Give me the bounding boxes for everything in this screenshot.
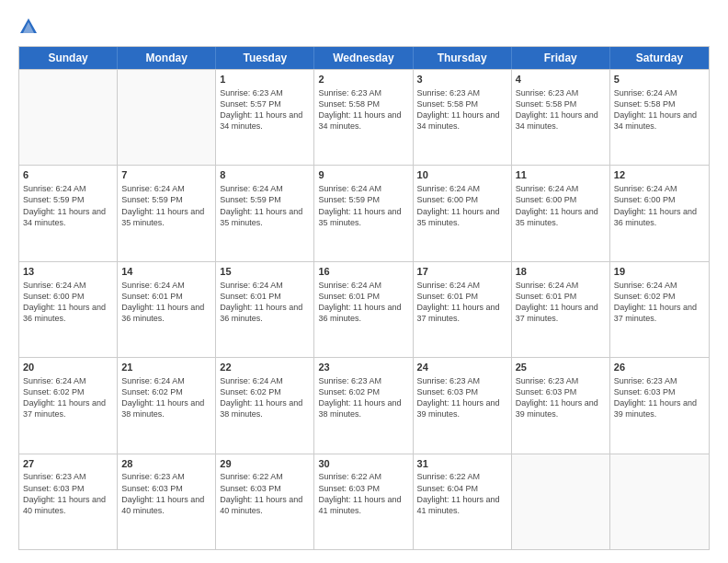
logo — [18, 17, 40, 37]
calendar-header-cell: Wednesday — [314, 47, 413, 69]
calendar-cell: 28Sunrise: 6:23 AMSunset: 6:03 PMDayligh… — [118, 454, 216, 549]
day-info: Sunrise: 6:24 AMSunset: 6:01 PMDaylight:… — [417, 280, 507, 325]
day-info: Sunrise: 6:23 AMSunset: 6:03 PMDaylight:… — [417, 375, 507, 420]
day-number: 6 — [23, 168, 113, 182]
calendar-body: 1Sunrise: 6:23 AMSunset: 5:57 PMDaylight… — [19, 69, 709, 549]
day-number: 23 — [318, 361, 408, 374]
day-info: Sunrise: 6:24 AMSunset: 5:58 PMDaylight:… — [614, 87, 705, 132]
day-info: Sunrise: 6:23 AMSunset: 5:58 PMDaylight:… — [318, 87, 408, 132]
day-number: 26 — [614, 361, 705, 374]
calendar-cell: 3Sunrise: 6:23 AMSunset: 5:58 PMDaylight… — [414, 70, 512, 165]
day-info: Sunrise: 6:24 AMSunset: 6:02 PMDaylight:… — [220, 375, 310, 420]
calendar-header-cell: Sunday — [19, 47, 118, 69]
calendar-cell: 14Sunrise: 6:24 AMSunset: 6:01 PMDayligh… — [118, 262, 216, 357]
day-info: Sunrise: 6:24 AMSunset: 6:01 PMDaylight:… — [220, 280, 310, 325]
calendar-cell: 30Sunrise: 6:22 AMSunset: 6:03 PMDayligh… — [314, 454, 413, 549]
calendar-cell: 4Sunrise: 6:23 AMSunset: 5:58 PMDaylight… — [512, 70, 610, 165]
calendar-cell: 16Sunrise: 6:24 AMSunset: 6:01 PMDayligh… — [314, 262, 413, 357]
calendar-cell: 18Sunrise: 6:24 AMSunset: 6:01 PMDayligh… — [512, 262, 610, 357]
calendar-cell: 8Sunrise: 6:24 AMSunset: 5:59 PMDaylight… — [216, 166, 314, 260]
day-info: Sunrise: 6:24 AMSunset: 6:00 PMDaylight:… — [614, 183, 705, 228]
day-number: 1 — [220, 73, 310, 86]
calendar-week-row: 6Sunrise: 6:24 AMSunset: 5:59 PMDaylight… — [19, 165, 709, 260]
calendar-cell: 29Sunrise: 6:22 AMSunset: 6:03 PMDayligh… — [216, 454, 314, 549]
calendar-header-cell: Thursday — [414, 47, 512, 69]
calendar-cell: 15Sunrise: 6:24 AMSunset: 6:01 PMDayligh… — [216, 262, 314, 357]
day-number: 10 — [417, 168, 507, 182]
day-number: 13 — [23, 265, 113, 279]
calendar-cell: 23Sunrise: 6:23 AMSunset: 6:02 PMDayligh… — [314, 358, 413, 453]
calendar-header-cell: Monday — [118, 47, 216, 69]
day-number: 22 — [220, 361, 310, 374]
calendar-week-row: 27Sunrise: 6:23 AMSunset: 6:03 PMDayligh… — [19, 454, 709, 549]
day-number: 12 — [614, 168, 705, 182]
calendar-cell — [512, 454, 610, 549]
day-info: Sunrise: 6:22 AMSunset: 6:03 PMDaylight:… — [318, 471, 408, 516]
day-number: 18 — [516, 265, 606, 279]
day-number: 21 — [121, 361, 211, 374]
day-info: Sunrise: 6:22 AMSunset: 6:03 PMDaylight:… — [220, 471, 310, 516]
calendar-week-row: 20Sunrise: 6:24 AMSunset: 6:02 PMDayligh… — [19, 357, 709, 453]
day-info: Sunrise: 6:24 AMSunset: 5:59 PMDaylight:… — [318, 183, 408, 228]
calendar-week-row: 13Sunrise: 6:24 AMSunset: 6:00 PMDayligh… — [19, 261, 709, 357]
day-info: Sunrise: 6:22 AMSunset: 6:04 PMDaylight:… — [417, 471, 507, 516]
day-info: Sunrise: 6:24 AMSunset: 6:00 PMDaylight:… — [417, 183, 507, 228]
day-number: 24 — [417, 361, 507, 374]
calendar-cell: 7Sunrise: 6:24 AMSunset: 5:59 PMDaylight… — [118, 166, 216, 260]
day-info: Sunrise: 6:24 AMSunset: 6:01 PMDaylight:… — [318, 280, 408, 325]
calendar-cell: 31Sunrise: 6:22 AMSunset: 6:04 PMDayligh… — [414, 454, 512, 549]
calendar-header-cell: Friday — [512, 47, 610, 69]
calendar-cell: 12Sunrise: 6:24 AMSunset: 6:00 PMDayligh… — [610, 166, 709, 260]
calendar-cell: 6Sunrise: 6:24 AMSunset: 5:59 PMDaylight… — [19, 166, 118, 260]
day-number: 19 — [614, 265, 705, 279]
day-number: 7 — [121, 168, 211, 182]
day-info: Sunrise: 6:23 AMSunset: 6:03 PMDaylight:… — [516, 375, 606, 420]
day-info: Sunrise: 6:24 AMSunset: 6:00 PMDaylight:… — [516, 183, 606, 228]
calendar-cell — [19, 70, 118, 165]
calendar-cell: 1Sunrise: 6:23 AMSunset: 5:57 PMDaylight… — [216, 70, 314, 165]
calendar-cell: 19Sunrise: 6:24 AMSunset: 6:02 PMDayligh… — [610, 262, 709, 357]
calendar: SundayMondayTuesdayWednesdayThursdayFrid… — [18, 46, 710, 550]
day-info: Sunrise: 6:23 AMSunset: 6:03 PMDaylight:… — [23, 471, 113, 516]
day-info: Sunrise: 6:24 AMSunset: 5:59 PMDaylight:… — [220, 183, 310, 228]
day-number: 17 — [417, 265, 507, 279]
day-number: 4 — [516, 73, 606, 86]
day-info: Sunrise: 6:24 AMSunset: 5:59 PMDaylight:… — [23, 183, 113, 228]
calendar-cell: 27Sunrise: 6:23 AMSunset: 6:03 PMDayligh… — [19, 454, 118, 549]
day-number: 3 — [417, 73, 507, 86]
day-number: 25 — [516, 361, 606, 374]
page: SundayMondayTuesdayWednesdayThursdayFrid… — [0, 0, 728, 563]
calendar-header-cell: Tuesday — [216, 47, 314, 69]
day-info: Sunrise: 6:24 AMSunset: 6:01 PMDaylight:… — [121, 280, 211, 325]
calendar-cell: 24Sunrise: 6:23 AMSunset: 6:03 PMDayligh… — [414, 358, 512, 453]
day-number: 9 — [318, 168, 408, 182]
day-number: 28 — [121, 457, 211, 471]
calendar-cell: 20Sunrise: 6:24 AMSunset: 6:02 PMDayligh… — [19, 358, 118, 453]
logo-icon — [18, 17, 39, 37]
day-info: Sunrise: 6:24 AMSunset: 6:02 PMDaylight:… — [614, 280, 705, 325]
day-info: Sunrise: 6:24 AMSunset: 6:02 PMDaylight:… — [121, 375, 211, 420]
day-number: 8 — [220, 168, 310, 182]
day-info: Sunrise: 6:24 AMSunset: 6:00 PMDaylight:… — [23, 280, 113, 325]
day-info: Sunrise: 6:24 AMSunset: 5:59 PMDaylight:… — [121, 183, 211, 228]
calendar-week-row: 1Sunrise: 6:23 AMSunset: 5:57 PMDaylight… — [19, 69, 709, 165]
day-number: 14 — [121, 265, 211, 279]
calendar-header-cell: Saturday — [610, 47, 709, 69]
day-number: 29 — [220, 457, 310, 471]
calendar-cell: 22Sunrise: 6:24 AMSunset: 6:02 PMDayligh… — [216, 358, 314, 453]
calendar-header-row: SundayMondayTuesdayWednesdayThursdayFrid… — [19, 47, 709, 69]
day-info: Sunrise: 6:24 AMSunset: 6:01 PMDaylight:… — [516, 280, 606, 325]
day-info: Sunrise: 6:23 AMSunset: 6:03 PMDaylight:… — [121, 471, 211, 516]
calendar-cell — [610, 454, 709, 549]
day-info: Sunrise: 6:23 AMSunset: 5:57 PMDaylight:… — [220, 87, 310, 132]
calendar-cell — [118, 70, 216, 165]
calendar-cell: 9Sunrise: 6:24 AMSunset: 5:59 PMDaylight… — [314, 166, 413, 260]
day-info: Sunrise: 6:23 AMSunset: 6:03 PMDaylight:… — [614, 375, 705, 420]
day-info: Sunrise: 6:24 AMSunset: 6:02 PMDaylight:… — [23, 375, 113, 420]
day-number: 2 — [318, 73, 408, 86]
day-number: 16 — [318, 265, 408, 279]
day-number: 31 — [417, 457, 507, 471]
day-info: Sunrise: 6:23 AMSunset: 5:58 PMDaylight:… — [417, 87, 507, 132]
day-info: Sunrise: 6:23 AMSunset: 6:02 PMDaylight:… — [318, 375, 408, 420]
day-number: 5 — [614, 73, 705, 86]
